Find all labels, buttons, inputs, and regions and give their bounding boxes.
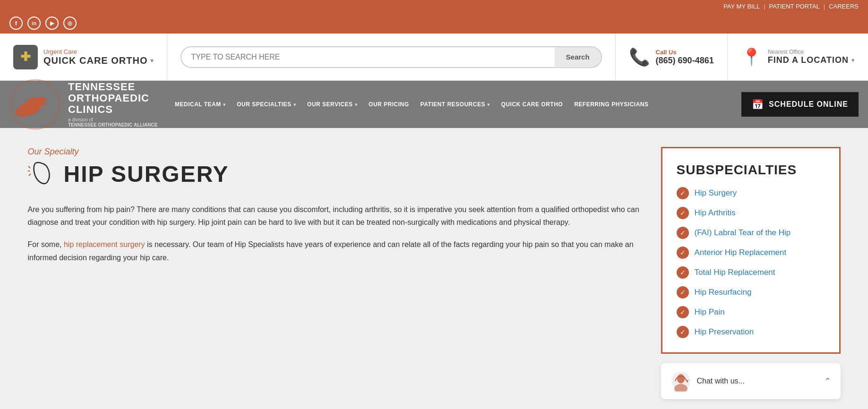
list-item: ✓ Anterior Hip Replacement (677, 247, 825, 259)
subspecialties-box: SUBSPECIALTIES ✓ Hip Surgery ✓ Hip Arthr… (661, 147, 841, 354)
list-item: ✓ (FAI) Labral Tear of the Hip (677, 227, 825, 239)
specialty-title: HIP SURGERY (64, 161, 229, 187)
subspecialty-hip-surgery[interactable]: Hip Surgery (695, 188, 737, 198)
urgent-care-main: QUICK CARE ORTHO (43, 55, 147, 66)
location-section[interactable]: 📍 Nearest Office FIND A LOCATION ▾ (728, 34, 868, 80)
careers-link[interactable]: CAREERS (829, 3, 859, 10)
social-bar: f in ▶ ◎ (0, 13, 868, 34)
list-item: ✓ Hip Arthritis (677, 207, 825, 219)
nav-patient-resources[interactable]: PATIENT RESOURCES ▾ (416, 97, 495, 111)
check-icon-4: ✓ (677, 247, 689, 259)
search-section: Search (167, 34, 615, 80)
content-paragraph-2: For some, hip replacement surgery is nec… (28, 238, 642, 264)
list-item: ✓ Hip Preservation (677, 326, 825, 338)
hip-icon (28, 159, 56, 189)
subspecialties-list: ✓ Hip Surgery ✓ Hip Arthritis ✓ (FAI) La… (677, 187, 825, 338)
subspecialty-anterior-hip[interactable]: Anterior Hip Replacement (695, 248, 787, 257)
schedule-online-button[interactable]: 📅 SCHEDULE ONLINE (741, 92, 859, 117)
search-box: Search (180, 46, 602, 68)
urgent-care-section[interactable]: ✚ Urgent Care QUICK CARE ORTHO ▾ (0, 34, 167, 80)
patient-resources-chevron: ▾ (487, 102, 490, 107)
urgent-care-label: Urgent Care (43, 48, 154, 55)
svg-point-4 (40, 97, 45, 102)
svg-line-5 (28, 166, 30, 168)
sidebar: SUBSPECIALTIES ✓ Hip Surgery ✓ Hip Arthr… (661, 147, 841, 399)
specialty-label: Our Specialty (28, 147, 642, 157)
call-text: Call Us (865) 690-4861 (656, 49, 714, 66)
call-number[interactable]: (865) 690-4861 (656, 56, 714, 66)
chat-avatar-icon (670, 371, 691, 392)
subspecialty-hip-resurfacing[interactable]: Hip Resurfacing (695, 288, 752, 297)
subspecialties-title: SUBSPECIALTIES (677, 162, 825, 178)
chat-collapse-chevron[interactable]: ⌃ (824, 376, 831, 386)
check-icon-2: ✓ (677, 207, 689, 219)
urgent-care-icon: ✚ (13, 45, 38, 69)
search-button[interactable]: Search (555, 47, 601, 67)
location-arrow: ▾ (851, 57, 855, 64)
main-content: Our Specialty HIP SURGERY (9, 128, 859, 409)
chat-left: Chat with us... (670, 371, 745, 392)
header-utility-row: ✚ Urgent Care QUICK CARE ORTHO ▾ Search … (0, 34, 868, 81)
chat-widget[interactable]: Chat with us... ⌃ (661, 363, 841, 399)
instagram-icon[interactable]: ◎ (63, 17, 77, 30)
logo-text: TENNESSEEORTHOPAEDICCLINICS a division o… (68, 81, 157, 128)
check-icon-5: ✓ (677, 266, 689, 279)
specialty-header: HIP SURGERY (28, 159, 642, 189)
location-icon: 📍 (741, 47, 762, 67)
specialties-chevron: ▾ (293, 102, 296, 107)
check-icon-3: ✓ (677, 227, 689, 239)
call-label: Call Us (656, 49, 714, 56)
youtube-icon[interactable]: ▶ (45, 17, 59, 30)
nav-our-specialties[interactable]: OUR SPECIALTIES ▾ (232, 97, 301, 111)
nav-quick-care-ortho[interactable]: QUICK CARE ORTHO (496, 97, 567, 111)
check-icon-6: ✓ (677, 286, 689, 298)
search-input[interactable] (181, 47, 554, 67)
subspecialty-hip-pain[interactable]: Hip Pain (695, 307, 725, 317)
subspecialty-total-hip[interactable]: Total Hip Replacement (695, 268, 775, 277)
sep2: | (824, 3, 825, 10)
logo-svg (9, 78, 61, 130)
call-section: 📞 Call Us (865) 690-4861 (616, 34, 728, 80)
urgent-care-arrow: ▾ (150, 57, 154, 64)
clinic-name: TENNESSEEORTHOPAEDICCLINICS (68, 81, 157, 116)
nav-our-services[interactable]: OUR SERVICES ▾ (302, 97, 362, 111)
check-icon-8: ✓ (677, 326, 689, 338)
svg-point-9 (677, 374, 685, 383)
nav-medical-team[interactable]: MEDICAL TEAM ▾ (170, 97, 230, 111)
services-chevron: ▾ (355, 102, 358, 107)
paragraph2-before: For some, (28, 240, 64, 248)
check-icon-1: ✓ (677, 187, 689, 199)
linkedin-icon[interactable]: in (27, 17, 41, 30)
navbar: TENNESSEEORTHOPAEDICCLINICS a division o… (0, 81, 868, 128)
subspecialty-fai-labral[interactable]: (FAI) Labral Tear of the Hip (695, 228, 791, 238)
nav-our-pricing[interactable]: OUR PRICING (364, 97, 414, 111)
subspecialty-hip-preservation[interactable]: Hip Preservation (695, 327, 754, 337)
list-item: ✓ Hip Pain (677, 306, 825, 318)
list-item: ✓ Total Hip Replacement (677, 266, 825, 279)
subspecialty-hip-arthritis[interactable]: Hip Arthritis (695, 208, 736, 218)
patient-portal-link[interactable]: PATIENT PORTAL (769, 3, 820, 10)
nearest-office-label: Nearest Office (768, 49, 855, 55)
content-paragraph-1: Are you suffering from hip pain? There a… (28, 203, 642, 229)
sep1: | (764, 3, 765, 10)
division-label: a division of (68, 117, 157, 122)
find-location-main: FIND A LOCATION (768, 55, 849, 65)
phone-icon: 📞 (629, 47, 650, 67)
pay-my-bill-link[interactable]: PAY MY BILL (723, 3, 760, 10)
logo-area[interactable]: TENNESSEEORTHOPAEDICCLINICS a division o… (9, 78, 161, 130)
nav-links: MEDICAL TEAM ▾ OUR SPECIALTIES ▾ OUR SER… (170, 97, 741, 111)
location-text: Nearest Office FIND A LOCATION ▾ (768, 49, 855, 65)
check-icon-7: ✓ (677, 306, 689, 318)
topbar: PAY MY BILL | PATIENT PORTAL | CAREERS (0, 0, 868, 13)
medical-team-chevron: ▾ (223, 102, 226, 107)
calendar-icon: 📅 (752, 99, 764, 110)
chat-text: Chat with us... (697, 377, 745, 385)
svg-line-7 (29, 174, 31, 176)
facebook-icon[interactable]: f (9, 17, 23, 30)
hip-replacement-link[interactable]: hip replacement surgery (64, 240, 145, 248)
alliance-label: TENNESSEE ORTHOPAEDIC ALLIANCE (68, 122, 157, 128)
nav-referring-physicians[interactable]: REFERRING PHYSICIANS (569, 97, 653, 111)
list-item: ✓ Hip Resurfacing (677, 286, 825, 298)
urgent-care-text: Urgent Care QUICK CARE ORTHO ▾ (43, 48, 154, 66)
content-left: Our Specialty HIP SURGERY (28, 147, 642, 399)
